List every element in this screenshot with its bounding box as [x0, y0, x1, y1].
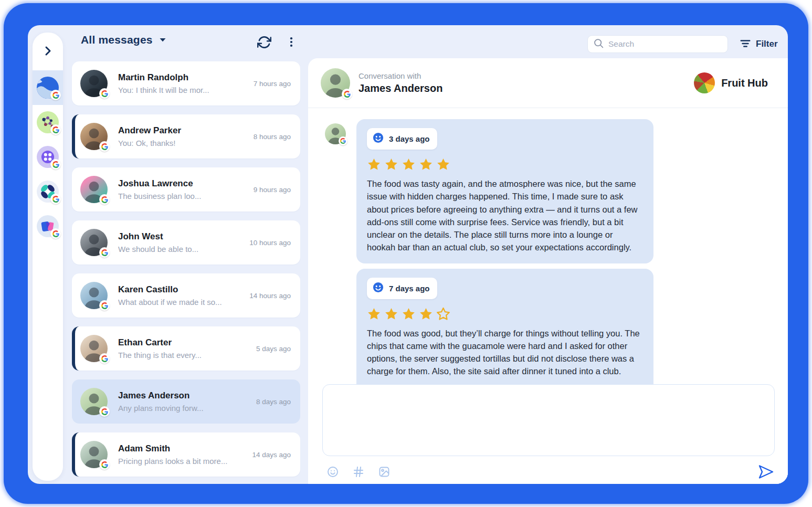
search-box [587, 35, 728, 53]
message-input[interactable] [322, 384, 775, 456]
refresh-icon [257, 35, 271, 49]
send-icon [757, 464, 774, 479]
star-filled-icon [402, 307, 416, 321]
timestamp: 14 hours ago [249, 292, 291, 300]
google-badge-icon [99, 406, 110, 417]
avatar [80, 176, 108, 203]
star-outline-icon [436, 307, 450, 321]
google-badge-icon [99, 88, 110, 99]
emoji-icon [326, 466, 339, 478]
hashtag-button[interactable] [352, 465, 365, 479]
star-filled-icon [367, 157, 381, 172]
sidebar-expand-button[interactable] [33, 33, 63, 70]
business-badge: Fruit Hub [694, 72, 768, 93]
filter-label: Filter [756, 39, 778, 49]
message-preview: You: Ok, thanks! [118, 139, 248, 147]
star-filled-icon [402, 157, 416, 172]
chevron-down-icon [159, 36, 166, 44]
google-badge-icon [99, 459, 110, 470]
google-badge-icon [99, 247, 110, 258]
contact-name: John West [118, 231, 244, 242]
avatar [80, 282, 108, 309]
conversation-list: Martin Randolph You: I think It will be … [72, 61, 300, 484]
google-badge-icon [50, 124, 61, 135]
more-options-button[interactable] [282, 33, 301, 51]
rating-stars [367, 307, 643, 321]
chevron-right-icon [41, 45, 54, 59]
avatar [80, 335, 108, 362]
business-name: Fruit Hub [721, 77, 768, 89]
google-badge-icon [50, 159, 61, 170]
timestamp: 7 hours ago [254, 80, 291, 88]
sidebar-item-app-1[interactable] [33, 70, 63, 105]
google-badge-icon [50, 228, 61, 239]
sidebar-item-app-2[interactable] [33, 105, 63, 140]
smiley-icon [372, 132, 384, 146]
sidebar-item-app-3[interactable] [33, 140, 63, 174]
contact-name: Martin Randolph [118, 72, 248, 83]
avatar [80, 123, 108, 150]
filter-button[interactable]: Filter [740, 36, 778, 52]
hashtag-icon [352, 466, 365, 478]
review-bubble: 3 days ago The food was tasty again, and… [356, 119, 653, 263]
list-item[interactable]: Joshua Lawrence The business plan loo...… [72, 167, 300, 212]
google-badge-icon [99, 141, 110, 152]
contact-name: Karen Castillo [118, 284, 244, 295]
google-badge-icon [50, 194, 61, 204]
message-preview: The business plan loo... [118, 192, 248, 200]
avatar [80, 229, 108, 256]
send-button[interactable] [757, 463, 775, 481]
list-item[interactable]: John West We should be able to... 10 hou… [72, 220, 300, 265]
list-item[interactable]: Adam Smith Pricing plans looks a bit mor… [72, 432, 300, 477]
search-input[interactable] [608, 39, 722, 49]
contact-name: Andrew Parker [118, 125, 248, 136]
composer [308, 384, 788, 484]
timestamp: 10 hours ago [249, 239, 291, 247]
app-sidebar [33, 33, 63, 481]
contact-name: Joshua Lawrence [118, 178, 248, 189]
emoji-button[interactable] [326, 465, 340, 479]
business-avatar [694, 72, 715, 93]
message-preview: We should be able to... [118, 245, 244, 254]
list-item[interactable]: Andrew Parker You: Ok, thanks! 8 hours a… [72, 114, 300, 159]
message-thread: 3 days ago The food was tasty again, and… [308, 109, 788, 484]
filter-icon [740, 38, 751, 50]
smiley-icon [372, 281, 384, 295]
message-preview: What about if we made it so... [118, 298, 244, 307]
google-badge-icon [99, 353, 110, 364]
contact-name: Ethan Carter [118, 337, 251, 348]
review-text: The food was good, but they’ll charge fo… [367, 327, 643, 378]
contact-avatar [321, 68, 350, 98]
list-item-selected[interactable]: James Anderson Any plans moving forw... … [72, 379, 300, 424]
kebab-menu-icon [286, 36, 297, 48]
composer-toolbar [322, 458, 775, 484]
list-item[interactable]: Ethan Carter The thing is that every... … [72, 326, 300, 371]
star-filled-icon [436, 157, 450, 172]
list-item[interactable]: Martin Randolph You: I think It will be … [72, 61, 300, 105]
star-filled-icon [419, 307, 433, 321]
contact-name: Adam Smith [118, 443, 247, 454]
star-filled-icon [367, 307, 381, 321]
sidebar-item-app-4[interactable] [33, 174, 63, 209]
sidebar-item-app-5[interactable] [33, 209, 63, 244]
star-filled-icon [419, 157, 433, 172]
avatar [80, 388, 108, 415]
list-item[interactable]: Karen Castillo What about if we made it … [72, 273, 300, 318]
sender-avatar [325, 123, 346, 144]
timestamp: 8 hours ago [254, 133, 291, 141]
message-preview: Pricing plans looks a bit more... [118, 457, 247, 466]
rating-stars [367, 157, 643, 172]
inbox-filter-dropdown[interactable]: All messages [81, 34, 166, 46]
review-time: 7 days ago [389, 284, 430, 293]
search-icon [593, 38, 604, 51]
google-badge-icon [99, 300, 110, 311]
timestamp: 9 hours ago [254, 186, 291, 194]
attach-image-button[interactable] [377, 465, 391, 479]
message-preview: You: I think It will be mor... [118, 86, 248, 94]
conversation-panel: Conversation with James Anderson Fruit H… [308, 58, 788, 484]
refresh-button[interactable] [255, 33, 273, 51]
image-icon [378, 466, 391, 478]
google-badge-icon [50, 90, 61, 100]
star-filled-icon [384, 307, 398, 321]
conversation-with-label: Conversation with [358, 71, 442, 80]
